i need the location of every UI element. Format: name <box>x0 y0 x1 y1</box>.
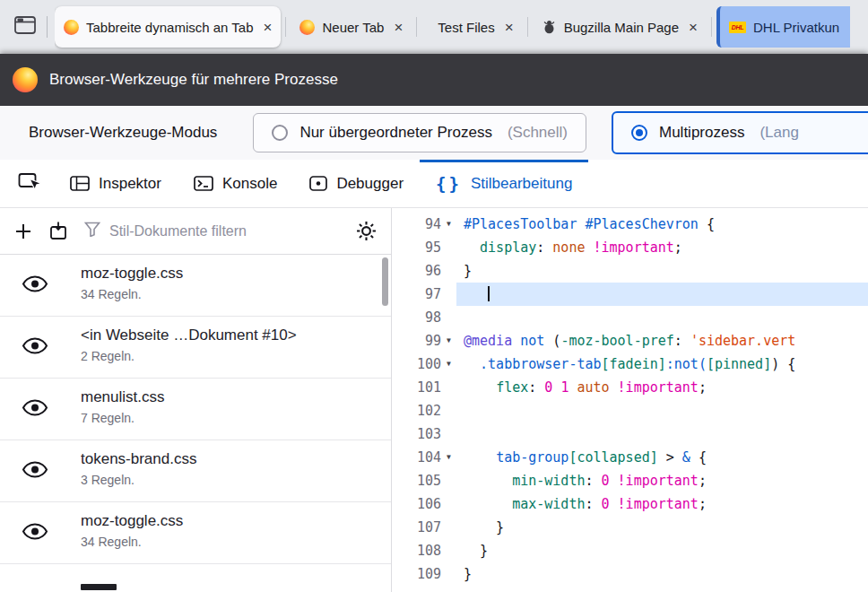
code-token: tab-group <box>496 449 569 466</box>
code-text[interactable]: } <box>456 516 868 539</box>
toolbox-mode-bar: Browser-Werkzeuge-Modus Nur übergeordnet… <box>0 106 868 160</box>
inspector-icon <box>70 176 90 191</box>
mode-option-hint: (Schnell) <box>508 124 568 142</box>
code-text[interactable] <box>456 306 868 329</box>
toolbox-mode-option[interactable]: Multiprozess(Lang <box>612 111 868 154</box>
code-text[interactable]: .tabbrowser-tab[fadein]:not([pinned]) { <box>456 353 868 376</box>
code-token <box>464 496 512 512</box>
fold-marker-icon[interactable]: ▼ <box>441 353 456 376</box>
stylesheet-sidebar: Stil-Dokumente filtern moz-toggle.css34 … <box>0 208 392 592</box>
stylesheet-rule-count: 34 Regeln. <box>81 287 380 301</box>
code-token: :not( <box>666 356 707 372</box>
stylesheet-item[interactable]: <in Webseite …Dokument #10>2 Regeln. <box>0 317 391 379</box>
code-line: 105 min-width: 0 !important; <box>392 469 868 492</box>
browser-tab[interactable]: Tabbreite dynamisch an Tab× <box>55 6 281 48</box>
code-text[interactable] <box>456 283 868 306</box>
code-token: : <box>585 496 601 512</box>
tab-separator <box>711 17 712 37</box>
code-text[interactable]: display: none !important; <box>456 236 868 259</box>
fold-marker-icon[interactable]: ▼ <box>441 446 456 469</box>
visibility-eye-icon[interactable] <box>22 274 48 294</box>
code-token <box>610 473 618 489</box>
debugger-icon <box>309 176 327 191</box>
code-token: min-width <box>512 473 585 489</box>
line-number: 103 <box>417 422 441 446</box>
line-number: 96 <box>425 259 441 283</box>
code-text[interactable]: min-width: 0 !important; <box>456 469 868 492</box>
code-token: [collapsed] <box>569 449 657 466</box>
visibility-eye-icon[interactable] <box>22 522 48 542</box>
code-text[interactable]: max-width: 0 !important; <box>456 492 868 516</box>
stylesheet-name: moz-toggle.css <box>81 265 380 283</box>
fold-marker-icon[interactable]: ▼ <box>441 329 456 353</box>
stylesheet-rule-count: 34 Regeln. <box>81 535 380 549</box>
node-picker-button[interactable] <box>7 160 54 207</box>
line-number: 99 <box>425 329 441 353</box>
line-number: 102 <box>417 399 441 422</box>
fold-marker-icon[interactable]: ▼ <box>441 213 456 236</box>
visibility-eye-icon[interactable] <box>22 336 48 356</box>
code-token: @media <box>464 333 512 349</box>
line-gutter: 107 <box>392 516 456 539</box>
browser-tab[interactable]: Test Files× <box>421 6 522 48</box>
tab-label: DHL Privatkun <box>753 20 839 35</box>
import-stylesheet-button[interactable] <box>48 222 68 240</box>
code-token: !important <box>618 473 699 489</box>
window-title: Browser-Werkzeuge für mehrere Prozesse <box>49 71 338 89</box>
code-token <box>585 239 593 256</box>
new-stylesheet-button[interactable] <box>14 222 32 240</box>
code-text[interactable] <box>456 399 868 422</box>
line-gutter: 100▼ <box>392 353 456 376</box>
scrollbar-thumb[interactable] <box>382 257 388 306</box>
browser-tab[interactable]: DHLDHL Privatkun <box>716 6 850 48</box>
code-token <box>610 496 618 512</box>
devtools-tab-stilbearbeitung[interactable]: {}Stilbearbeitung <box>420 160 588 207</box>
visibility-eye-icon[interactable] <box>22 460 48 480</box>
browser-tab[interactable]: Bugzilla Main Page× <box>533 6 707 48</box>
code-token: flex <box>496 379 528 396</box>
firefox-view-button[interactable] <box>7 9 43 45</box>
stylesheet-rule-count: 7 Regeln. <box>81 411 380 425</box>
code-token: : <box>528 379 544 396</box>
filter-funnel-icon <box>84 222 100 240</box>
code-text[interactable] <box>456 422 868 446</box>
devtools-tab-debugger[interactable]: Debugger <box>293 160 420 207</box>
code-text[interactable]: #PlacesToolbar #PlacesChevron { <box>456 213 868 236</box>
devtools-tab-konsole[interactable]: Konsole <box>178 160 293 207</box>
code-text[interactable]: flex: 0 1 auto !important; <box>456 376 868 399</box>
line-number: 97 <box>425 283 441 306</box>
code-line: 98 <box>392 306 868 329</box>
code-text[interactable]: @media not (-moz-bool-pref: 'sidebar.ver… <box>456 329 868 353</box>
filter-stylesheets-input[interactable]: Stil-Dokumente filtern <box>84 222 340 240</box>
code-text[interactable]: } <box>456 259 868 283</box>
browser-tab[interactable]: Neuer Tab× <box>291 6 412 48</box>
tab-close-button[interactable]: × <box>505 20 514 35</box>
code-token: : <box>585 473 601 489</box>
visibility-eye-icon[interactable] <box>22 398 48 418</box>
stylesheet-item[interactable]: menulist.css7 Regeln. <box>0 379 391 440</box>
clipped-list-item <box>0 584 391 592</box>
stylesheet-item[interactable]: moz-toggle.css34 Regeln. <box>0 255 391 317</box>
bugzilla-favicon <box>542 20 557 35</box>
tab-close-button[interactable]: × <box>394 20 403 35</box>
code-text[interactable]: } <box>456 562 868 586</box>
options-gear-icon[interactable] <box>356 221 377 241</box>
browser-tabs: Tabbreite dynamisch an Tab×Neuer Tab×Tes… <box>55 0 868 54</box>
code-line: 108 } <box>392 539 868 562</box>
code-token: [fadein] <box>602 356 666 372</box>
code-text[interactable]: } <box>456 539 868 562</box>
tab-label: Tabbreite dynamisch an Tab <box>86 20 254 35</box>
code-text[interactable]: tab-group[collapsed] > & { <box>456 446 868 469</box>
toolbox-mode-option[interactable]: Nur übergeordneter Prozess(Schnell) <box>253 113 586 152</box>
devtools-tab-inspektor[interactable]: Inspektor <box>54 160 178 207</box>
tab-label: Neuer Tab <box>322 20 384 35</box>
devtools-tab-label: Stilbearbeitung <box>471 175 572 193</box>
code-editor[interactable]: 94▼#PlacesToolbar #PlacesChevron {95 dis… <box>392 208 868 592</box>
devtools-tab-label: Debugger <box>336 175 404 193</box>
devtools-tab-label: Inspektor <box>99 175 161 193</box>
stylesheet-item[interactable]: tokens-brand.css3 Regeln. <box>0 440 391 502</box>
tab-close-button[interactable]: × <box>264 20 273 35</box>
tab-close-button[interactable]: × <box>689 20 698 35</box>
stylesheet-item[interactable]: moz-toggle.css34 Regeln. <box>0 502 391 564</box>
code-line: 100▼ .tabbrowser-tab[fadein]:not([pinned… <box>392 353 868 376</box>
